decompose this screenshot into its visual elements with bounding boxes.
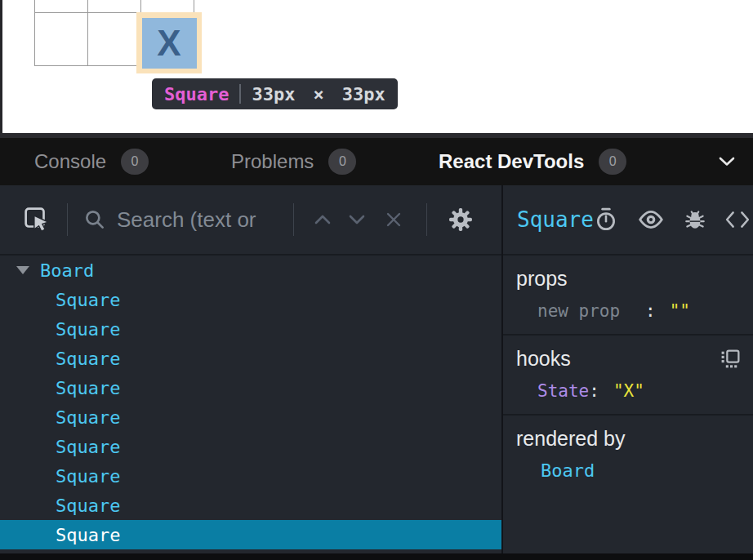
board-cell[interactable] xyxy=(140,0,194,12)
board-cell[interactable] xyxy=(87,12,140,66)
expand-triangle-icon[interactable] xyxy=(16,266,29,274)
colon: : xyxy=(645,301,656,321)
rendered-by-section: rendered by Board xyxy=(503,416,753,494)
inspect-dom-eye-icon[interactable] xyxy=(637,209,665,230)
view-source-code-icon[interactable] xyxy=(725,210,750,229)
search-clear-icon[interactable] xyxy=(385,211,402,228)
board-cell[interactable] xyxy=(34,0,87,12)
toolbar-divider xyxy=(67,203,68,236)
settings-gear-icon[interactable] xyxy=(447,206,475,233)
search-input[interactable] xyxy=(117,207,280,233)
toolbar-divider xyxy=(293,203,294,236)
toolbar-divider xyxy=(426,203,427,236)
tree-item-square[interactable]: Square xyxy=(0,402,501,432)
tooltip-component-name: Square xyxy=(164,84,229,104)
tree-item-square[interactable]: Square xyxy=(0,520,501,549)
tree-item-square[interactable]: Square xyxy=(0,373,501,402)
hook-name: State xyxy=(537,381,589,401)
tree-item-square-label: Square xyxy=(56,466,120,487)
tab-console-label: Console xyxy=(34,150,106,173)
tooltip-height: 33px xyxy=(342,84,385,104)
tree-item-board-label: Board xyxy=(40,260,94,281)
inspector-header: Square xyxy=(503,185,753,256)
tree-item-square[interactable]: Square xyxy=(0,461,501,491)
rendered-by-header: rendered by xyxy=(516,427,625,451)
new-prop-row[interactable]: new prop : "" xyxy=(516,301,742,321)
tooltip-divider xyxy=(239,84,241,104)
suspense-stopwatch-icon[interactable] xyxy=(594,207,618,233)
inspected-component-name: Square xyxy=(517,207,594,232)
tab-console[interactable]: Console 0 xyxy=(34,138,149,185)
tooltip-dimensions: 33px × 33px xyxy=(252,84,385,104)
tab-react-devtools[interactable]: React DevTools 0 xyxy=(439,138,626,185)
inspect-highlight-ring: X xyxy=(136,12,202,73)
tree-item-square-label: Square xyxy=(56,378,120,398)
tree-item-square-label: Square xyxy=(56,525,120,545)
tree-item-square-label: Square xyxy=(56,290,120,310)
highlighted-square-cell[interactable]: X xyxy=(142,18,197,69)
props-section: props new prop : "" xyxy=(503,256,753,336)
tooltip-width: 33px xyxy=(252,84,295,104)
component-inspector-panel: Square xyxy=(503,185,753,560)
tab-react-devtools-label: React DevTools xyxy=(439,150,584,173)
new-prop-value-input[interactable]: "" xyxy=(670,301,690,321)
tree-item-square[interactable]: Square xyxy=(0,432,501,461)
tab-react-devtools-badge: 0 xyxy=(599,149,626,175)
inspect-element-icon[interactable] xyxy=(23,206,51,233)
component-tree: Board SquareSquareSquareSquareSquareSqua… xyxy=(0,256,501,549)
board-cell[interactable] xyxy=(87,0,140,12)
chevron-down-icon[interactable] xyxy=(719,157,735,167)
react-devtools-panel: Board SquareSquareSquareSquareSquareSqua… xyxy=(0,185,753,560)
tree-item-board[interactable]: Board xyxy=(0,256,501,285)
tree-item-square[interactable]: Square xyxy=(0,491,501,520)
tree-item-square-label: Square xyxy=(56,437,120,457)
hooks-section: hooks xyxy=(503,336,753,416)
tab-problems-badge: 0 xyxy=(328,149,356,175)
tooltip-times: × xyxy=(313,84,323,104)
log-to-console-bug-icon[interactable] xyxy=(684,207,706,232)
props-header: props xyxy=(516,267,568,291)
tab-problems[interactable]: Problems 0 xyxy=(231,138,356,185)
colon: : xyxy=(589,381,599,401)
tree-children: SquareSquareSquareSquareSquareSquareSqua… xyxy=(0,285,501,549)
tree-item-square[interactable]: Square xyxy=(0,314,501,344)
hooks-header: hooks xyxy=(516,347,571,371)
search-icon xyxy=(82,207,107,232)
element-size-tooltip: Square 33px × 33px xyxy=(152,78,398,109)
page-viewport: X Square 33px × 33px xyxy=(0,0,753,133)
tree-item-square-label: Square xyxy=(56,407,120,428)
new-prop-key-input[interactable]: new prop xyxy=(537,301,645,321)
hook-state-value[interactable]: "X" xyxy=(613,381,644,401)
tree-item-square-label: Square xyxy=(56,496,120,516)
tab-console-badge: 0 xyxy=(121,149,149,175)
search-next-icon[interactable] xyxy=(348,214,366,225)
devtools-window: X Square 33px × 33px Console 0 Problems … xyxy=(0,0,753,560)
window-left-edge xyxy=(0,0,2,133)
components-tree-panel: Board SquareSquareSquareSquareSquareSqua… xyxy=(0,185,501,560)
tree-item-square-label: Square xyxy=(56,349,120,369)
hook-state-row[interactable]: State: "X" xyxy=(516,381,742,401)
devtools-tabbar: Console 0 Problems 0 React DevTools 0 xyxy=(0,138,753,185)
tree-toolbar xyxy=(0,185,501,256)
tab-problems-label: Problems xyxy=(231,150,314,173)
search-prev-icon[interactable] xyxy=(314,214,332,225)
board-cell[interactable] xyxy=(34,12,87,66)
tree-item-square[interactable]: Square xyxy=(0,285,501,314)
bottom-edge-bar xyxy=(0,553,753,560)
parse-hook-names-icon[interactable] xyxy=(720,349,742,369)
rendered-by-board-link[interactable]: Board xyxy=(516,460,742,481)
tree-item-square[interactable]: Square xyxy=(0,344,501,373)
tree-item-square-label: Square xyxy=(56,319,120,340)
